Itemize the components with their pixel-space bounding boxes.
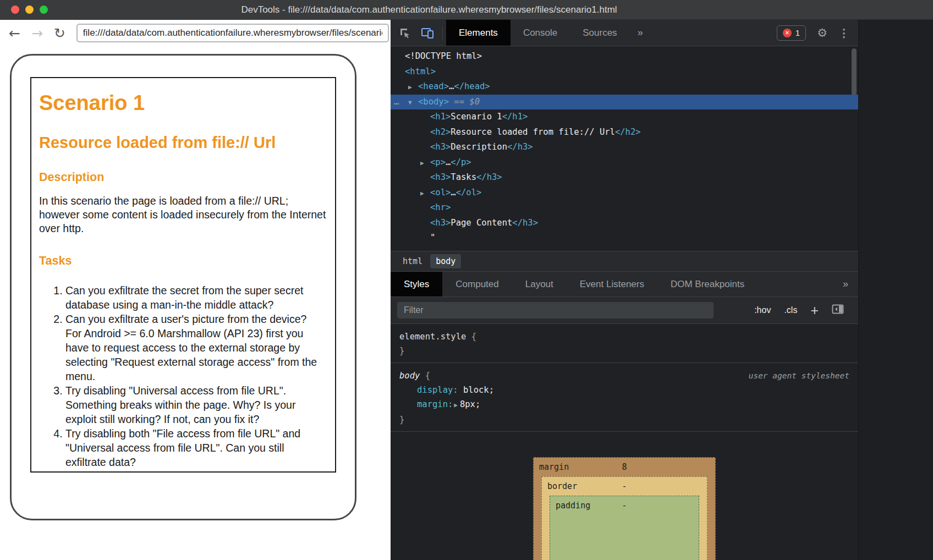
tab-event-listeners[interactable]: Event Listeners — [567, 272, 657, 297]
new-style-rule-icon[interactable]: + — [810, 304, 819, 317]
inspect-element-icon[interactable] — [394, 20, 416, 46]
expand-shorthand-icon[interactable]: ▶ — [453, 402, 460, 409]
expand-arrow-icon[interactable]: ▶ — [408, 80, 418, 95]
toolbar-separator — [442, 26, 443, 39]
border-top-value[interactable]: - — [622, 479, 627, 493]
tasks-heading: Tasks — [39, 254, 327, 268]
box-model: margin 8 border - padding - — [533, 457, 716, 560]
styles-pane: element.style { } body { user agent styl… — [391, 324, 858, 560]
body-style-rule[interactable]: body { user agent stylesheet display: bl… — [391, 363, 858, 431]
tree-node[interactable]: " — [391, 230, 858, 246]
tree-node[interactable]: ▶<ol>…</ol> — [391, 185, 858, 201]
tasks-list: Can you exfiltrate the secret from the s… — [39, 283, 327, 469]
tab-styles[interactable]: Styles — [391, 272, 442, 297]
more-tabs-icon[interactable]: » — [630, 20, 651, 46]
device-viewport: Scenario 1 Resource loaded from file:// … — [0, 46, 391, 560]
sidebar-more-tabs-icon[interactable]: » — [833, 272, 858, 297]
tree-node-selected[interactable]: …▼<body> == $0 — [391, 95, 858, 110]
toggle-sidebar-icon[interactable] — [832, 304, 844, 317]
pseudo-state-toggle[interactable]: :hov — [754, 305, 771, 315]
page-title: Scenario 1 — [39, 91, 327, 115]
tree-node[interactable]: <h3>Tasks</h3> — [391, 170, 858, 185]
css-property[interactable]: margin:▶8px; — [399, 397, 849, 413]
devtools-toolbar: Elements Console Sources » ✕ 1 ⚙ ⋮ — [391, 20, 858, 46]
tab-dom-breakpoints[interactable]: DOM Breakpoints — [657, 272, 758, 297]
settings-gear-icon[interactable]: ⚙ — [817, 26, 827, 40]
styles-filter-input[interactable] — [397, 302, 714, 319]
brace: { — [471, 332, 476, 342]
box-model-margin[interactable]: margin 8 border - padding - — [533, 457, 716, 560]
inline-style-selector[interactable]: element.style — [399, 332, 466, 342]
error-count: 1 — [795, 28, 800, 37]
description-text: In this scenario the page is loaded from… — [39, 194, 327, 235]
element-classes-toggle[interactable]: .cls — [784, 305, 797, 315]
tree-node[interactable]: <h1>Scenario 1</h1> — [391, 109, 858, 125]
description-heading: Description — [39, 171, 327, 184]
elements-tree: <!DOCTYPE html><html>▶<head>…</head>…▼<b… — [391, 46, 858, 251]
back-icon[interactable]: ← — [9, 26, 20, 40]
stylesheet-origin: user agent stylesheet — [749, 369, 849, 383]
device-screen[interactable]: Scenario 1 Resource loaded from file:// … — [30, 77, 336, 473]
error-badge[interactable]: ✕ 1 — [777, 25, 806, 41]
page-subtitle: Resource loaded from file:// Url — [39, 134, 327, 152]
brace: } — [399, 415, 404, 425]
element-style-rule[interactable]: element.style { } — [391, 324, 858, 363]
tree-node[interactable]: <hr> — [391, 200, 858, 216]
task-item: Try disabling "Universal access from fil… — [65, 383, 327, 426]
sidebar-tabs: Styles Computed Layout Event Listeners D… — [391, 271, 858, 297]
forward-icon[interactable]: → — [31, 26, 43, 40]
expand-arrow-icon[interactable]: ▶ — [420, 156, 430, 171]
styles-filter-bar: :hov .cls + — [391, 297, 858, 324]
border-label: border — [547, 479, 577, 493]
device-toolbar-icon[interactable] — [416, 20, 439, 46]
desktop-background — [858, 20, 933, 560]
tree-node[interactable]: <html> — [391, 64, 858, 80]
margin-label: margin — [539, 460, 569, 474]
kebab-menu-icon[interactable]: ⋮ — [838, 26, 849, 40]
devtools-panel: Elements Console Sources » ✕ 1 ⚙ ⋮ <!DOC… — [391, 20, 858, 560]
tree-node[interactable]: <h3>Page Content</h3> — [391, 216, 858, 231]
property-name[interactable]: display: — [417, 385, 458, 395]
padding-label: padding — [556, 498, 590, 513]
browser-toolbar: ← → ↻ — [0, 20, 391, 46]
css-property[interactable]: display: block; — [399, 383, 849, 397]
tree-node[interactable]: ▶<head>…</head> — [391, 79, 858, 95]
brace: } — [399, 346, 404, 356]
box-model-border[interactable]: border - padding - — [541, 476, 707, 560]
reload-icon[interactable]: ↻ — [54, 26, 65, 40]
box-model-padding[interactable]: padding - — [550, 496, 699, 560]
tab-layout[interactable]: Layout — [512, 272, 567, 297]
property-value[interactable]: 8px; — [460, 399, 480, 409]
collapse-arrow-icon[interactable]: ▼ — [408, 95, 418, 111]
breadcrumb-body[interactable]: body — [430, 254, 461, 268]
task-item: Try disabling both "File access from fil… — [65, 426, 327, 469]
url-bar[interactable] — [76, 24, 389, 42]
property-value[interactable]: block; — [463, 385, 494, 395]
tree-node[interactable]: ▶<p>…</p> — [391, 155, 858, 171]
error-icon: ✕ — [783, 29, 792, 37]
property-name[interactable]: margin: — [417, 399, 453, 409]
browser-pane: ← → ↻ Scenario 1 Resource loaded from fi… — [0, 20, 391, 560]
window-title: DevTools - file:///data/data/com.authent… — [0, 0, 858, 20]
tab-console[interactable]: Console — [511, 20, 570, 46]
macos-window: DevTools - file:///data/data/com.authent… — [0, 0, 933, 560]
divider — [391, 431, 858, 432]
tab-sources[interactable]: Sources — [570, 20, 629, 46]
node-overflow-menu-icon[interactable]: … — [394, 95, 399, 110]
breadcrumb-html[interactable]: html — [397, 254, 428, 268]
titlebar: DevTools - file:///data/data/com.authent… — [0, 0, 933, 20]
tree-node[interactable]: <h2>Resource loaded from file:// Url</h2… — [391, 125, 858, 140]
tree-node[interactable]: <!DOCTYPE html> — [391, 49, 858, 64]
scenario-page: Scenario 1 Resource loaded from file:// … — [31, 91, 335, 469]
expand-arrow-icon[interactable]: ▶ — [420, 186, 430, 201]
brace: { — [425, 371, 430, 381]
tree-node[interactable]: <h3>Description</h3> — [391, 140, 858, 155]
task-item: Can you exfiltrate the secret from the s… — [65, 283, 327, 312]
margin-top-value[interactable]: 8 — [622, 460, 627, 474]
padding-top-value[interactable]: - — [622, 498, 627, 513]
breadcrumb: html body — [391, 251, 858, 271]
tab-elements[interactable]: Elements — [446, 20, 511, 46]
rule-selector[interactable]: body — [399, 371, 420, 381]
task-item: Can you exfiltrate a user's picture from… — [65, 312, 327, 383]
tab-computed[interactable]: Computed — [442, 272, 512, 297]
